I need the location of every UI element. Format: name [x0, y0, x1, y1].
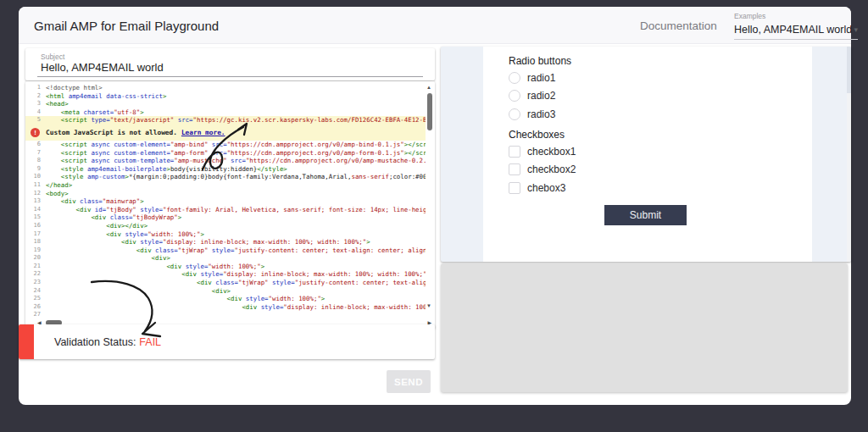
line-number: 18	[25, 238, 46, 246]
checkbox-input[interactable]	[509, 182, 520, 194]
code-line[interactable]: 16 <div></div>	[25, 222, 426, 230]
code-line[interactable]: 22 <div style="display: inline-block; ma…	[25, 270, 426, 279]
code-line[interactable]: 6 <script async custom-element="amp-bind…	[25, 141, 426, 149]
examples-selected-value: Hello, AMP4EMAIL world	[734, 24, 852, 36]
code-text[interactable]: <!doctype html>	[46, 84, 103, 92]
code-line[interactable]: 24 <div>	[25, 287, 426, 296]
option-row: radio2	[509, 87, 555, 106]
line-number: 19	[25, 246, 46, 255]
line-number: 1	[25, 84, 46, 92]
code-text[interactable]: <div class="tjWrap" style="justify-conte…	[46, 279, 426, 287]
code-text[interactable]: <meta charset="utf-8">	[46, 108, 144, 117]
code-text[interactable]: <style amp-custom>*{margin:0;padding:0}b…	[46, 173, 426, 181]
code-line[interactable]: 19 <div class="tjWrap" style="justify-co…	[25, 246, 426, 255]
line-number: 3	[25, 100, 46, 108]
line-number: 5	[25, 116, 46, 125]
code-line[interactable]: 9 <style amp4email-boilerplate>body{visi…	[25, 165, 426, 174]
code-line[interactable]: 12<body>	[25, 190, 426, 198]
checkbox-input[interactable]	[509, 146, 520, 158]
code-text[interactable]: <body>	[46, 190, 69, 198]
validation-status-text: Validation Status: FAIL	[54, 324, 161, 359]
subject-input[interactable]: Hello, AMP4EMAIL world	[41, 61, 423, 74]
code-line[interactable]: 17 <div style="width: 100%;">	[25, 230, 426, 239]
code-line[interactable]: 15 <div class="tjBodyWrap">	[25, 213, 426, 222]
code-text[interactable]: <div style="width: 100%;">	[46, 230, 204, 239]
radio-input[interactable]	[509, 108, 520, 120]
code-text[interactable]: <div>	[46, 287, 231, 296]
code-line[interactable]: 5 <script type="text/javascript" src="ht…	[25, 116, 426, 125]
code-text[interactable]: <script async custom-element="amp-bind" …	[46, 141, 426, 149]
code-text[interactable]: <div class="tjBodyWrap">	[46, 213, 181, 222]
validation-label: Validation Status:	[54, 336, 136, 348]
code-text[interactable]: <style amp4email-boilerplate>body{visibi…	[46, 165, 287, 174]
code-text[interactable]: <div style="display: inline-block; max-w…	[46, 303, 426, 312]
checkbox-input[interactable]	[509, 163, 520, 175]
line-number: 23	[25, 279, 46, 287]
code-text[interactable]: <div style="width: 100%;">	[46, 263, 264, 271]
code-line[interactable]: 18 <div style="display: inline-block; ma…	[25, 238, 426, 246]
line-number: 7	[25, 149, 46, 158]
editor-vertical-scrollbar[interactable]: ▲ ▼	[426, 85, 434, 308]
code-text[interactable]: <div></div>	[46, 222, 147, 230]
chevron-down-icon: ▾	[852, 25, 858, 34]
code-line[interactable]: 14 <div id="tjBody" style="font-family: …	[25, 206, 426, 214]
code-line[interactable]: 1<!doctype html>	[25, 84, 426, 92]
code-line[interactable]: 8 <script async custom-template="amp-mus…	[25, 157, 426, 165]
examples-control: Examples Hello, AMP4EMAIL world ▾	[734, 12, 858, 40]
validation-status-card: Validation Status: FAIL	[19, 324, 435, 359]
code-line[interactable]: 27	[25, 311, 426, 318]
scroll-down-icon[interactable]: ▼	[426, 303, 431, 308]
code-line[interactable]: 11</head>	[25, 181, 426, 190]
checkbox-group: checkbox1checkbox2chebox3	[509, 142, 576, 197]
javascript-warning-row: !Custom JavaScript is not allowed.Learn …	[25, 125, 426, 141]
code-line[interactable]: 2<html amp4email data-css-strict>	[25, 92, 426, 101]
code-line[interactable]: 21 <div style="width: 100%;">	[25, 263, 426, 271]
preview-scrollbar[interactable]	[847, 47, 851, 262]
code-text[interactable]: <div class="mainwrap">	[46, 197, 144, 206]
code-text[interactable]: <div style="display: inline-block; max-w…	[46, 238, 370, 246]
code-text[interactable]: <script async custom-element="amp-form" …	[46, 149, 426, 158]
code-text[interactable]: <div id="tjBody" style="font-family: Ari…	[46, 206, 426, 214]
email-preview-body: Radio buttons radio1radio2radio3 Checkbo…	[483, 47, 812, 262]
option-label: radio2	[527, 90, 555, 102]
radio-input[interactable]	[509, 90, 520, 102]
radio-input[interactable]	[509, 72, 520, 84]
code-text[interactable]: <div style="width: 100%;">	[46, 295, 325, 303]
code-editor[interactable]: 1<!doctype html>2<html amp4email data-cs…	[25, 81, 435, 329]
code-line[interactable]: 10 <style amp-custom>*{margin:0;padding:…	[25, 173, 426, 181]
code-line[interactable]: 7 <script async custom-element="amp-form…	[25, 149, 426, 158]
submit-button[interactable]: Submit	[604, 205, 687, 225]
send-button[interactable]: SEND	[387, 370, 431, 393]
option-row: radio1	[509, 69, 555, 87]
code-line[interactable]: 20 <div>	[25, 254, 426, 263]
option-row: radio3	[509, 105, 555, 124]
code-text[interactable]: <div style="display: inline-block; max-w…	[46, 270, 426, 279]
code-text[interactable]: <script type="text/javascript" src="http…	[46, 116, 426, 125]
code-text[interactable]: <script async custom-template="amp-musta…	[46, 157, 426, 165]
examples-label: Examples	[734, 12, 858, 20]
line-number: 27	[25, 311, 46, 318]
documentation-link[interactable]: Documentation	[640, 7, 717, 44]
code-text[interactable]: <div class="tjWrap" style="justify-conte…	[46, 246, 426, 255]
preview-empty-panel	[441, 263, 848, 392]
learn-more-link[interactable]: Learn more.	[181, 129, 225, 136]
code-line[interactable]: 23 <div class="tjWrap" style="justify-co…	[25, 279, 426, 287]
code-lines[interactable]: 1<!doctype html>2<html amp4email data-cs…	[25, 84, 426, 318]
preview-scroll-thumb[interactable]	[847, 47, 851, 93]
code-line[interactable]: 13 <div class="mainwrap">	[25, 197, 426, 206]
code-text[interactable]: <html amp4email data-css-strict>	[46, 92, 166, 101]
vertical-scroll-thumb[interactable]	[427, 93, 432, 130]
examples-select[interactable]: Hello, AMP4EMAIL world ▾	[734, 20, 858, 40]
line-number: 9	[25, 165, 46, 174]
scroll-up-icon[interactable]: ▲	[426, 85, 431, 90]
line-number: 8	[25, 157, 46, 165]
radio-group-label: Radio buttons	[509, 55, 571, 67]
code-text[interactable]: <div>	[46, 254, 170, 263]
code-line[interactable]: 26 <div style="display: inline-block; ma…	[25, 303, 426, 312]
code-line[interactable]: 3<head>	[25, 100, 426, 108]
line-number: 24	[25, 287, 46, 296]
code-text[interactable]: </head>	[46, 181, 72, 190]
code-line[interactable]: 4 <meta charset="utf-8">	[25, 108, 426, 117]
code-text[interactable]: <head>	[46, 100, 69, 108]
code-line[interactable]: 25 <div style="width: 100%;">	[25, 295, 426, 303]
